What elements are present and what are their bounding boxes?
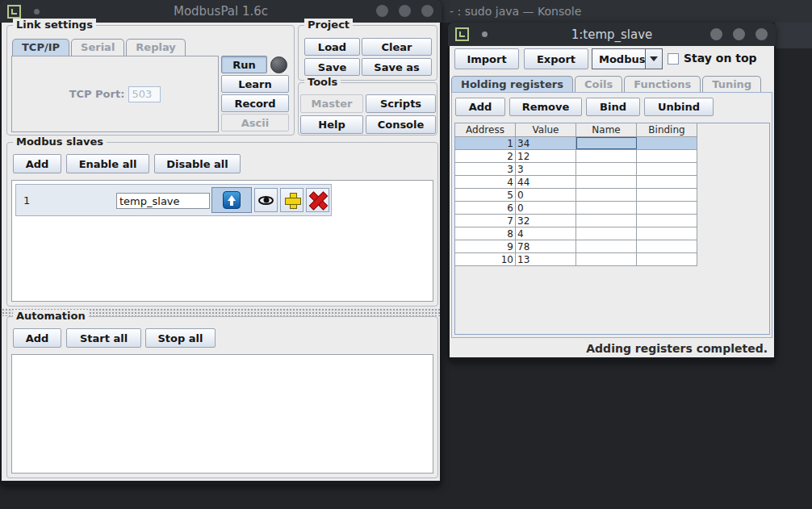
table-row[interactable]: 10 13	[455, 253, 697, 266]
cell-name[interactable]	[576, 176, 637, 188]
cell-name[interactable]	[576, 163, 637, 175]
cell-binding[interactable]	[637, 253, 697, 265]
run-button[interactable]: Run	[221, 56, 267, 73]
cell-name[interactable]	[576, 150, 637, 162]
cell-name[interactable]	[576, 240, 637, 252]
tab-tcpip[interactable]: TCP/IP	[12, 39, 69, 56]
cell-value[interactable]: 34	[516, 137, 576, 149]
table-row[interactable]: 7 32	[455, 215, 697, 227]
slave-titlebar[interactable]: 1:temp_slave	[448, 23, 776, 46]
cell-value[interactable]: 44	[516, 176, 576, 188]
cell-binding[interactable]	[637, 150, 697, 162]
stay-on-top-checkbox[interactable]	[668, 53, 679, 65]
col-value[interactable]: Value	[516, 123, 576, 136]
learn-button[interactable]: Learn	[221, 75, 289, 93]
table-row[interactable]: 4 44	[455, 176, 697, 189]
cell-binding[interactable]	[637, 189, 697, 201]
cell-address[interactable]: 3	[455, 163, 516, 175]
cell-value[interactable]: 78	[516, 240, 576, 252]
cell-name[interactable]	[576, 215, 637, 227]
cell-binding[interactable]	[637, 137, 697, 149]
tab-tuning[interactable]: Tuning	[702, 76, 761, 93]
cell-binding[interactable]	[637, 176, 697, 188]
binding-type-combo[interactable]: Modbus	[592, 48, 663, 69]
scripts-button[interactable]: Scripts	[366, 94, 436, 113]
slave-duplicate-button[interactable]	[280, 188, 303, 212]
cell-value[interactable]: 0	[516, 189, 576, 201]
cell-name[interactable]	[576, 253, 637, 265]
export-button[interactable]: Export	[524, 48, 588, 69]
cell-address[interactable]: 7	[455, 215, 516, 227]
save-as-button[interactable]: Save as	[362, 58, 432, 76]
cell-address[interactable]: 1	[455, 137, 516, 149]
col-address[interactable]: Address	[455, 123, 516, 136]
table-row[interactable]: 6 0	[455, 202, 697, 215]
col-binding[interactable]: Binding	[637, 123, 697, 136]
maximize-button[interactable]	[733, 28, 745, 40]
record-button[interactable]: Record	[221, 94, 289, 112]
stop-all-button[interactable]: Stop all	[145, 328, 216, 348]
console-button[interactable]: Console	[366, 115, 436, 134]
cell-binding[interactable]	[637, 215, 697, 227]
table-row[interactable]: 3 3	[455, 163, 697, 176]
cell-name[interactable]	[576, 202, 637, 214]
cell-address[interactable]: 8	[455, 227, 516, 240]
cell-name[interactable]	[576, 227, 637, 240]
cell-address[interactable]: 2	[455, 150, 516, 162]
help-button[interactable]: Help	[300, 115, 363, 134]
disable-all-button[interactable]: Disable all	[154, 154, 241, 173]
tcp-port-field[interactable]	[128, 86, 161, 102]
minimize-button[interactable]	[710, 28, 722, 40]
table-row[interactable]: 2 12	[455, 150, 697, 163]
cell-binding[interactable]	[637, 202, 697, 214]
col-name[interactable]: Name	[576, 123, 637, 136]
cell-value[interactable]: 3	[516, 163, 576, 175]
cell-address[interactable]: 9	[455, 240, 516, 252]
load-button[interactable]: Load	[304, 38, 360, 56]
automation-add-button[interactable]: Add	[13, 328, 61, 348]
cell-address[interactable]: 6	[455, 202, 516, 214]
tab-serial[interactable]: Serial	[71, 39, 124, 56]
cell-name[interactable]	[576, 189, 637, 201]
start-all-button[interactable]: Start all	[66, 328, 141, 348]
save-button[interactable]: Save	[304, 58, 360, 76]
slaves-add-button[interactable]: Add	[13, 154, 61, 173]
slave-enable-toggle[interactable]	[211, 187, 252, 213]
clear-button[interactable]: Clear	[362, 38, 432, 56]
cell-binding[interactable]	[637, 227, 697, 240]
register-remove-button[interactable]: Remove	[509, 98, 582, 116]
register-bind-button[interactable]: Bind	[586, 98, 640, 116]
tab-coils[interactable]: Coils	[575, 76, 622, 93]
cell-binding[interactable]	[637, 163, 697, 175]
table-row[interactable]: 5 0	[455, 189, 697, 202]
maximize-button[interactable]	[399, 5, 411, 17]
slave-name-field[interactable]	[116, 193, 210, 209]
register-unbind-button[interactable]: Unbind	[644, 98, 714, 116]
minimize-button[interactable]	[376, 5, 388, 17]
tab-replay[interactable]: Replay	[126, 39, 185, 56]
tab-functions[interactable]: Functions	[624, 76, 701, 93]
table-row[interactable]: 1 34	[455, 137, 697, 150]
cell-address[interactable]: 4	[455, 176, 516, 188]
cell-address[interactable]: 5	[455, 189, 516, 201]
tab-holding-registers[interactable]: Holding registers	[451, 76, 573, 93]
cell-value[interactable]: 32	[516, 215, 576, 227]
table-row[interactable]: 8 4	[455, 227, 697, 240]
cell-binding[interactable]	[637, 240, 697, 252]
close-button[interactable]	[755, 28, 768, 40]
cell-value[interactable]: 4	[516, 227, 576, 240]
close-button[interactable]	[421, 5, 433, 17]
cell-value[interactable]: 13	[516, 253, 576, 265]
slave-view-button[interactable]	[254, 188, 278, 212]
cell-address[interactable]: 10	[455, 253, 516, 265]
cell-name-focused[interactable]	[576, 137, 637, 149]
cell-value[interactable]: 0	[516, 202, 576, 214]
register-add-button[interactable]: Add	[455, 98, 505, 116]
enable-all-button[interactable]: Enable all	[66, 154, 149, 173]
registers-table[interactable]: Address Value Name Binding 1 34 2 12	[454, 123, 770, 335]
cell-value[interactable]: 12	[516, 150, 576, 162]
slave-delete-button[interactable]	[306, 188, 329, 212]
combo-arrow-icon[interactable]	[645, 49, 662, 69]
table-row[interactable]: 9 78	[455, 240, 697, 253]
import-button[interactable]: Import	[454, 48, 519, 69]
